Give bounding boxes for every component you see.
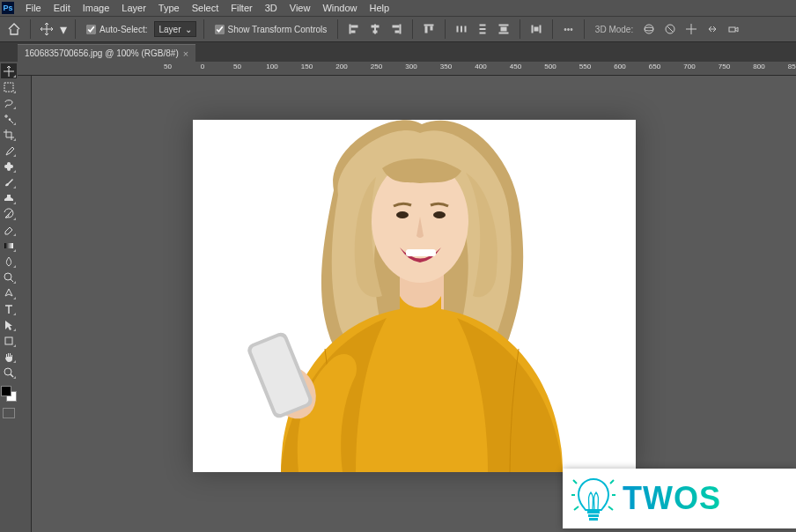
quick-mask-toggle bbox=[1, 408, 17, 418]
align-right-edges-icon[interactable] bbox=[387, 20, 405, 38]
svg-rect-15 bbox=[480, 25, 485, 26]
distribute-horizontal-icon[interactable] bbox=[453, 20, 470, 38]
svg-rect-31 bbox=[4, 243, 13, 248]
align-left-edges-icon[interactable] bbox=[345, 20, 363, 38]
align-top-edges-icon[interactable] bbox=[420, 20, 438, 38]
svg-rect-28 bbox=[4, 83, 13, 92]
auto-select-input[interactable] bbox=[86, 25, 96, 34]
svg-rect-17 bbox=[480, 33, 485, 33]
separator bbox=[30, 19, 31, 39]
distribute-vertical-center-icon[interactable] bbox=[474, 20, 491, 38]
svg-rect-7 bbox=[393, 26, 399, 27]
path-select-tool[interactable] bbox=[1, 317, 17, 332]
document-tab[interactable]: 1606835700656.jpg @ 100% (RGB/8#) × bbox=[18, 44, 195, 62]
menu-type[interactable]: Type bbox=[152, 1, 186, 15]
show-transform-checkbox[interactable]: Show Transform Controls bbox=[211, 25, 331, 34]
tool-flyout-indicator-icon bbox=[13, 360, 16, 363]
tool-flyout-indicator-icon bbox=[13, 313, 16, 315]
distribute-spacing-icon[interactable] bbox=[527, 20, 545, 38]
gradient-tool[interactable] bbox=[1, 238, 17, 253]
more-options-button[interactable]: ••• bbox=[560, 25, 577, 34]
tool-flyout-indicator-icon bbox=[13, 265, 16, 268]
svg-point-25 bbox=[645, 27, 653, 31]
distribute-vertical-icon[interactable] bbox=[495, 20, 512, 38]
ruler-tick-label: 150 bbox=[301, 63, 313, 70]
menu-help[interactable]: Help bbox=[364, 1, 396, 15]
separator bbox=[520, 19, 520, 39]
color-swatches[interactable] bbox=[1, 386, 17, 402]
document-tab-title: 1606835700656.jpg @ 100% (RGB/8#) bbox=[25, 48, 179, 58]
align-horizontal-center-icon[interactable] bbox=[366, 20, 384, 38]
tool-flyout-indicator-icon bbox=[13, 329, 16, 331]
canvas-image bbox=[193, 120, 636, 472]
crop-tool[interactable] bbox=[1, 127, 17, 142]
show-transform-input[interactable] bbox=[215, 25, 225, 34]
menu-file[interactable]: File bbox=[19, 1, 48, 15]
menu-view[interactable]: View bbox=[284, 1, 317, 15]
3d-orbit-icon[interactable] bbox=[640, 20, 658, 38]
3d-slide-icon[interactable] bbox=[704, 20, 721, 38]
svg-rect-13 bbox=[461, 26, 462, 32]
canvas-workspace[interactable] bbox=[32, 76, 796, 532]
move-tool-icon bbox=[38, 20, 55, 38]
ruler-tick-label: 0 bbox=[201, 63, 204, 70]
3d-pan-icon[interactable] bbox=[682, 20, 700, 38]
zoom-tool[interactable] bbox=[1, 365, 17, 380]
pen-tool[interactable] bbox=[1, 285, 17, 300]
close-tab-icon[interactable]: × bbox=[183, 48, 188, 59]
menu-layer[interactable]: Layer bbox=[115, 1, 152, 15]
eraser-tool[interactable] bbox=[1, 222, 17, 237]
menu-edit[interactable]: Edit bbox=[48, 1, 77, 15]
ruler-tick-label: 300 bbox=[405, 63, 416, 70]
watermark-text: TWOS bbox=[623, 480, 721, 517]
home-button[interactable] bbox=[5, 20, 23, 38]
ruler-tick-label: 250 bbox=[371, 63, 382, 70]
menu-filter[interactable]: Filter bbox=[225, 1, 258, 15]
history-brush-tool[interactable] bbox=[1, 206, 17, 221]
heal-tool[interactable] bbox=[1, 159, 17, 174]
move-tool[interactable] bbox=[1, 63, 17, 78]
tool-flyout-indicator-icon bbox=[13, 170, 16, 173]
auto-select-checkbox[interactable]: Auto-Select: bbox=[83, 25, 151, 34]
svg-rect-10 bbox=[425, 26, 427, 33]
svg-rect-8 bbox=[395, 31, 399, 33]
ruler-tick-label: 850 bbox=[788, 63, 796, 70]
shape-tool[interactable] bbox=[1, 333, 17, 348]
brush-tool[interactable] bbox=[1, 174, 17, 189]
dodge-tool[interactable] bbox=[1, 270, 17, 284]
svg-rect-12 bbox=[457, 26, 458, 32]
menu-image[interactable]: Image bbox=[77, 1, 116, 15]
svg-rect-16 bbox=[480, 29, 485, 30]
svg-rect-20 bbox=[501, 27, 506, 31]
stamp-tool[interactable] bbox=[1, 190, 17, 205]
auto-select-target-dropdown[interactable]: Layer ⌄ bbox=[154, 21, 195, 37]
quick-select-tool[interactable] bbox=[1, 111, 17, 126]
tool-flyout-indicator-icon bbox=[13, 122, 16, 125]
tool-preset-dropdown-icon[interactable]: ▾ bbox=[59, 20, 68, 38]
foreground-color-swatch[interactable] bbox=[1, 386, 11, 396]
lasso-tool[interactable] bbox=[1, 95, 17, 110]
svg-rect-9 bbox=[424, 25, 433, 26]
menu-select[interactable]: Select bbox=[186, 1, 225, 15]
blur-tool[interactable] bbox=[1, 254, 17, 269]
svg-point-37 bbox=[396, 211, 409, 218]
menu-3d[interactable]: 3D bbox=[259, 1, 284, 15]
svg-rect-39 bbox=[406, 249, 436, 256]
menu-window[interactable]: Window bbox=[316, 1, 363, 15]
standard-mode-button[interactable] bbox=[3, 408, 15, 418]
menu-bar: Ps File Edit Image Layer Type Select Fil… bbox=[0, 0, 796, 16]
svg-point-32 bbox=[4, 273, 11, 280]
svg-rect-47 bbox=[588, 514, 599, 517]
3d-camera-icon[interactable] bbox=[725, 20, 742, 38]
marquee-tool[interactable] bbox=[1, 79, 17, 94]
horizontal-ruler: 5005010015020025030035040045050055060065… bbox=[18, 62, 796, 76]
eyedrop-tool[interactable] bbox=[1, 143, 17, 158]
3d-roll-icon[interactable] bbox=[661, 20, 679, 38]
ruler-tick-label: 800 bbox=[753, 63, 764, 70]
type-tool[interactable] bbox=[1, 301, 17, 316]
tool-flyout-indicator-icon bbox=[13, 202, 16, 204]
svg-rect-6 bbox=[400, 25, 401, 33]
document-canvas[interactable] bbox=[193, 120, 636, 472]
app-logo-icon: Ps bbox=[2, 2, 14, 14]
hand-tool[interactable] bbox=[1, 349, 17, 364]
